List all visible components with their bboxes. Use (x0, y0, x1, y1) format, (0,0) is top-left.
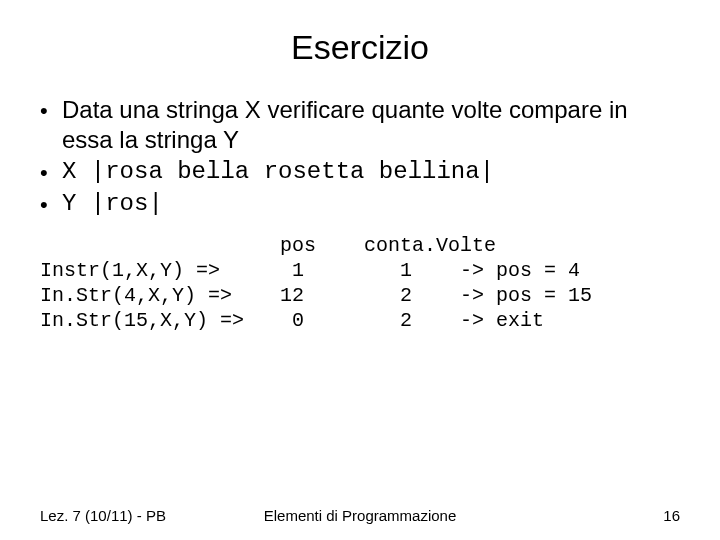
trace-block: pos conta.Volte Instr(1,X,Y) => 1 1 -> p… (40, 233, 680, 333)
bullet-item: • Data una stringa X verificare quante v… (40, 95, 680, 155)
footer: Lez. 7 (10/11) - PB Elementi di Programm… (0, 507, 720, 524)
slide-title: Esercizio (40, 28, 680, 67)
bullet-dot-icon: • (40, 189, 62, 219)
footer-page-number: 16 (663, 507, 680, 524)
slide: Esercizio • Data una stringa X verificar… (0, 0, 720, 540)
bullet-dot-icon: • (40, 157, 62, 187)
bullet-code: Y |ros| (62, 189, 680, 219)
slide-body: • Data una stringa X verificare quante v… (40, 95, 680, 333)
bullet-text: Data una stringa X verificare quante vol… (62, 95, 680, 155)
bullet-dot-icon: • (40, 95, 62, 125)
bullet-item: • Y |ros| (40, 189, 680, 219)
bullet-item: • X |rosa bella rosetta bellina| (40, 157, 680, 187)
bullet-code: X |rosa bella rosetta bellina| (62, 157, 680, 187)
footer-left: Lez. 7 (10/11) - PB (40, 507, 166, 524)
